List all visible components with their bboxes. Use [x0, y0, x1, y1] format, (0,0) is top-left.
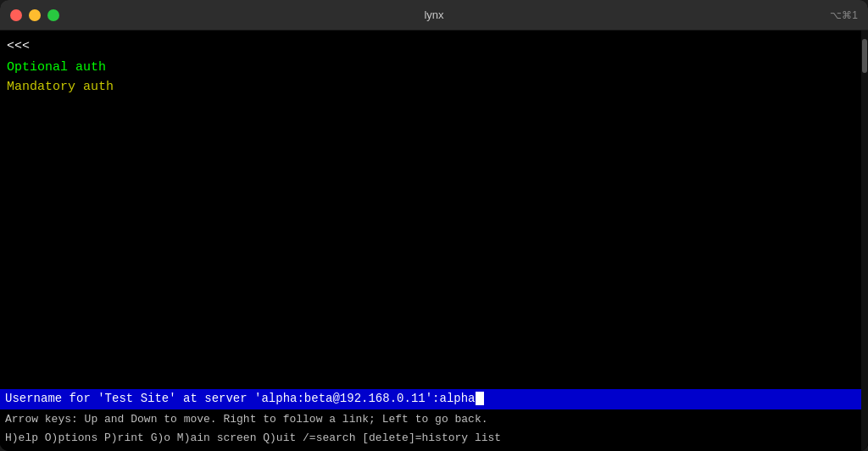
help-bar-line2: H)elp O)ptions P)rint G)o M)ain screen Q… — [0, 430, 868, 448]
close-button[interactable] — [10, 9, 22, 21]
optional-auth-link[interactable]: Optional auth — [7, 58, 854, 78]
status-message: Username for 'Test Site' at server 'alph… — [5, 392, 476, 405]
scrollbar[interactable] — [861, 31, 868, 451]
help-bar-line1: Arrow keys: Up and Down to move. Right t… — [0, 409, 868, 430]
status-text: Username for 'Test Site' at server 'alph… — [5, 391, 863, 408]
titlebar: lynx ⌥⌘1 — [0, 0, 868, 31]
window-controls — [10, 9, 59, 21]
cursor — [476, 392, 484, 406]
maximize-button[interactable] — [47, 9, 59, 21]
terminal-content: <<< Optional auth Mandatory auth Usernam… — [0, 31, 868, 451]
mandatory-auth-link[interactable]: Mandatory auth — [7, 78, 854, 97]
terminal-window: lynx ⌥⌘1 <<< Optional auth Mandatory aut… — [0, 0, 868, 451]
status-bar: Username for 'Test Site' at server 'alph… — [0, 389, 868, 409]
window-shortcut: ⌥⌘1 — [830, 9, 858, 21]
scrollbar-thumb — [862, 39, 867, 73]
window-title: lynx — [424, 8, 443, 21]
minimize-button[interactable] — [29, 9, 41, 21]
main-area: <<< Optional auth Mandatory auth — [0, 34, 868, 389]
back-link[interactable]: <<< — [7, 37, 854, 55]
